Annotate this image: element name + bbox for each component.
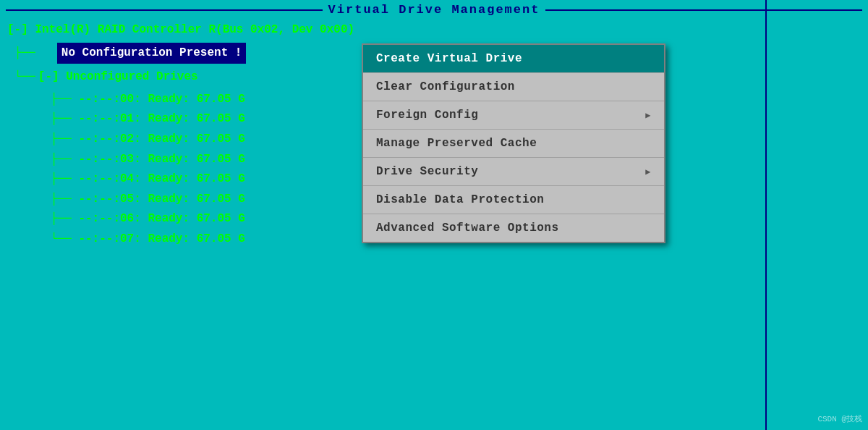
menu-label-advanced-software-options: Advanced Software Options: [376, 222, 559, 235]
no-config-label: No Configuration Present !: [57, 43, 247, 64]
menu-item-foreign-config[interactable]: Foreign Config: [363, 101, 664, 130]
menu-label-manage-preserved-cache: Manage Preserved Cache: [376, 137, 537, 150]
menu-label-foreign-config: Foreign Config: [376, 109, 478, 122]
menu-label-clear-configuration: Clear Configuration: [376, 80, 515, 93]
vertical-divider: [765, 0, 767, 430]
menu-item-advanced-software-options[interactable]: Advanced Software Options: [363, 214, 664, 242]
menu-label-create-virtual-drive: Create Virtual Drive: [376, 52, 522, 65]
watermark: CSDN @技栈: [817, 413, 862, 424]
page-title: Virtual Drive Management: [328, 3, 540, 17]
context-menu: Create Virtual DriveClear ConfigurationF…: [362, 43, 665, 243]
unconfigured-drives-label: [-] Unconfigured Drives: [35, 67, 198, 88]
menu-item-disable-data-protection[interactable]: Disable Data Protection: [363, 186, 664, 214]
menu-item-drive-security[interactable]: Drive Security: [363, 158, 664, 186]
controller-label: [-] Intel(R) RAID Controller R(Bus 0x02,…: [7, 20, 861, 41]
menu-item-clear-configuration[interactable]: Clear Configuration: [363, 73, 664, 101]
menu-label-drive-security: Drive Security: [376, 165, 478, 178]
menu-item-create-virtual-drive[interactable]: Create Virtual Drive: [363, 45, 664, 73]
screen: Virtual Drive Management [-] Intel(R) RA…: [0, 0, 868, 430]
menu-item-manage-preserved-cache[interactable]: Manage Preserved Cache: [363, 130, 664, 158]
menu-label-disable-data-protection: Disable Data Protection: [376, 193, 544, 206]
title-bar: Virtual Drive Management: [0, 0, 868, 20]
